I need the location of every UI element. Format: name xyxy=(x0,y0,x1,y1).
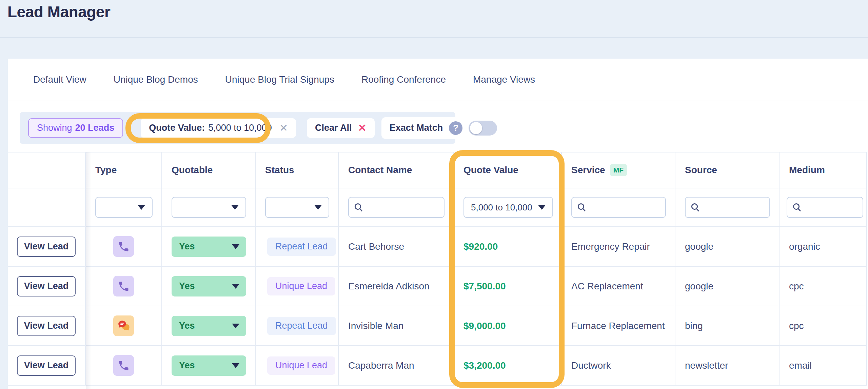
active-filter-value: 5,000 to 10,000 xyxy=(208,123,272,133)
filter-bar: Showing 20 Leads Quote Value: 5,000 to 1… xyxy=(20,112,455,144)
service-value: Ductwork xyxy=(571,360,611,371)
search-icon xyxy=(577,202,587,212)
quotable-cell: Yes xyxy=(162,267,256,306)
chevron-down-icon xyxy=(538,205,546,210)
source-value: newsletter xyxy=(685,360,728,371)
tab-unique-blog-demos[interactable]: Unique Blog Demos xyxy=(114,74,198,85)
filter-status-cell xyxy=(256,188,339,227)
exact-match-control: Exact Match ? xyxy=(381,117,506,139)
contact-name: Capaberra Man xyxy=(348,360,414,371)
remove-filter-icon[interactable]: ✕ xyxy=(279,123,288,133)
quote-value: $3,200.00 xyxy=(463,360,506,371)
medium-value: cpc xyxy=(789,321,804,331)
header-service[interactable]: Service MF xyxy=(562,152,675,188)
quotable-dropdown[interactable]: Yes xyxy=(172,316,246,336)
medium-value: organic xyxy=(789,241,820,252)
page-title: Lead Manager xyxy=(7,3,110,21)
contact-cell: Capaberra Man xyxy=(339,346,454,386)
filter-type-cell xyxy=(86,188,162,227)
tab-unique-blog-trial-signups[interactable]: Unique Blog Trial Signups xyxy=(225,74,334,85)
showing-prefix: Showing xyxy=(37,123,72,133)
actions-cell: View Lead xyxy=(8,306,86,346)
tab-default-view[interactable]: Default View xyxy=(33,74,86,85)
toggle-knob xyxy=(470,122,482,134)
showing-leads-badge: Showing 20 Leads xyxy=(28,118,123,138)
quotable-dropdown[interactable]: Yes xyxy=(172,237,246,257)
source-search xyxy=(685,197,770,218)
view-lead-button[interactable]: View Lead xyxy=(17,355,76,376)
quote-value: $920.00 xyxy=(463,241,498,252)
service-value: AC Replacement xyxy=(571,281,643,292)
view-lead-button[interactable]: View Lead xyxy=(17,316,76,336)
showing-count: 20 Leads xyxy=(75,123,115,133)
service-cell: AC Replacement xyxy=(562,267,675,306)
header-quotable[interactable]: Quotable xyxy=(162,152,256,188)
mf-badge: MF xyxy=(610,164,627,176)
service-cell: Ductwork xyxy=(562,346,675,386)
filter-service-cell xyxy=(562,188,675,227)
chevron-down-icon xyxy=(232,324,239,328)
source-cell: google xyxy=(675,227,780,267)
header-actions xyxy=(8,152,86,188)
header-contact-name[interactable]: Contact Name xyxy=(339,152,454,188)
status-cell: Repeat Lead xyxy=(256,227,339,267)
leads-table: Type Quotable Status Contact Name Quote … xyxy=(8,152,867,386)
active-filter-chip[interactable]: Quote Value: 5,000 to 10,000 ✕ xyxy=(141,118,296,138)
filter-actions-cell xyxy=(8,188,86,227)
contact-cell: Cart Behorse xyxy=(339,227,454,267)
source-value: google xyxy=(685,241,713,252)
status-cell: Unique Lead xyxy=(256,346,339,386)
chevron-down-icon xyxy=(232,284,239,289)
actions-cell: View Lead xyxy=(8,346,86,386)
status-badge: Unique Lead xyxy=(267,277,335,295)
chevron-down-icon xyxy=(314,205,322,210)
source-search-input[interactable] xyxy=(704,198,765,217)
source-cell: newsletter xyxy=(675,346,780,386)
medium-search-input[interactable] xyxy=(806,198,858,217)
help-icon[interactable]: ? xyxy=(449,121,462,135)
clear-all-button[interactable]: Clear All ✕ xyxy=(307,118,375,138)
status-badge: Repeat Lead xyxy=(267,238,336,256)
medium-search xyxy=(787,197,863,218)
header-status[interactable]: Status xyxy=(256,152,339,188)
view-lead-button[interactable]: View Lead xyxy=(17,237,76,257)
tab-manage-views[interactable]: Manage Views xyxy=(473,74,535,85)
actions-cell: View Lead xyxy=(8,267,86,306)
header-divider xyxy=(0,37,868,38)
search-icon xyxy=(690,202,701,212)
quotable-dropdown[interactable]: Yes xyxy=(172,276,246,296)
lead-manager-page: { "page": { "title": "Lead Manager" }, "… xyxy=(0,0,868,389)
quotable-filter-dropdown[interactable] xyxy=(172,197,246,218)
header-medium[interactable]: Medium xyxy=(780,152,867,188)
header-quote-value[interactable]: Quote Value xyxy=(454,152,562,188)
filter-quote-cell: 5,000 to 10,000 xyxy=(454,188,562,227)
filter-contact-cell xyxy=(339,188,454,227)
service-value: Emergency Repair xyxy=(571,241,650,252)
quote-value-filter-dropdown[interactable]: 5,000 to 10,000 xyxy=(463,197,553,218)
chat-icon xyxy=(117,319,131,333)
quotable-dropdown[interactable]: Yes xyxy=(172,355,246,376)
contact-search-input[interactable] xyxy=(367,198,439,217)
service-search xyxy=(571,197,666,218)
phone-icon xyxy=(118,360,130,372)
status-badge: Repeat Lead xyxy=(267,317,336,335)
type-cell xyxy=(86,346,162,386)
header-type[interactable]: Type xyxy=(86,152,162,188)
type-filter-dropdown[interactable] xyxy=(95,197,153,218)
header-source[interactable]: Source xyxy=(675,152,780,188)
active-filter-label: Quote Value: xyxy=(149,123,205,133)
medium-cell: email xyxy=(780,346,867,386)
exact-match-toggle[interactable] xyxy=(469,121,497,136)
status-filter-dropdown[interactable] xyxy=(265,197,329,218)
source-value: bing xyxy=(685,321,703,331)
phone-icon xyxy=(118,241,130,253)
service-search-input[interactable] xyxy=(590,198,660,217)
contact-cell: Esmerelda Adkison xyxy=(339,267,454,306)
quote-value: $7,500.00 xyxy=(463,281,506,292)
type-cell xyxy=(86,306,162,346)
view-lead-button[interactable]: View Lead xyxy=(17,276,76,296)
service-value: Furnace Replacement xyxy=(571,321,665,331)
quotable-cell: Yes xyxy=(162,346,256,386)
source-value: google xyxy=(685,281,713,292)
tab-roofing-conference[interactable]: Roofing Conference xyxy=(361,74,446,85)
